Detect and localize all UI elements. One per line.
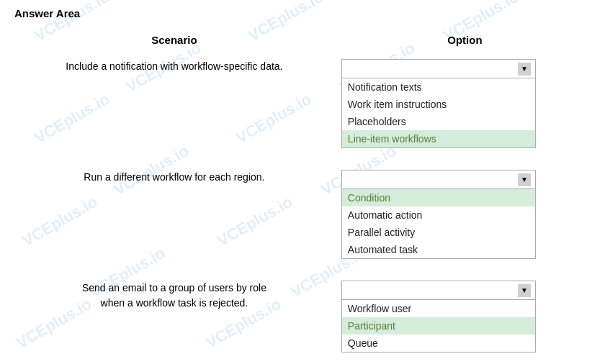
dropdown-option[interactable]: Condition: [342, 189, 535, 206]
option-cell: ▼Workflow userParticipantQueue: [334, 275, 596, 358]
dropdown-trigger[interactable]: ▼: [342, 281, 535, 300]
dropdown-option[interactable]: Line-item workflows: [342, 130, 535, 147]
dropdown-option[interactable]: Work item instructions: [342, 96, 535, 113]
spacer-row: [14, 265, 596, 275]
dropdown-arrow-icon[interactable]: ▼: [518, 173, 531, 186]
dropdown-arrow-icon[interactable]: ▼: [518, 284, 531, 297]
dropdown-container: ▼Workflow userParticipantQueue: [341, 281, 588, 352]
dropdown-container: ▼Notification textsWork item instruction…: [341, 59, 588, 148]
dropdown-options-list: Notification textsWork item instructions…: [342, 78, 535, 147]
scenario-cell: Include a notification with workflow-spe…: [14, 53, 334, 154]
spacer-row: [14, 154, 596, 164]
dropdown-option[interactable]: Automated task: [342, 241, 535, 258]
table-row: Include a notification with workflow-spe…: [14, 53, 596, 154]
scenario-cell: Run a different workflow for each region…: [14, 164, 334, 265]
option-header: Option: [334, 29, 596, 53]
dropdown-options-list: Workflow userParticipantQueue: [342, 300, 535, 352]
dropdown-container: ▼ConditionAutomatic actionParallel activ…: [341, 170, 588, 259]
dropdown-options-list: ConditionAutomatic actionParallel activi…: [342, 189, 535, 258]
dropdown-trigger[interactable]: ▼: [342, 170, 535, 189]
dropdown-box[interactable]: ▼Notification textsWork item instruction…: [341, 59, 536, 148]
dropdown-option[interactable]: Workflow user: [342, 300, 535, 317]
dropdown-box[interactable]: ▼Workflow userParticipantQueue: [341, 281, 536, 352]
dropdown-arrow-icon[interactable]: ▼: [518, 63, 531, 76]
qa-table: Scenario Option Include a notification w…: [14, 29, 596, 358]
dropdown-box[interactable]: ▼ConditionAutomatic actionParallel activ…: [341, 170, 536, 259]
option-cell: ▼Notification textsWork item instruction…: [334, 53, 596, 154]
option-cell: ▼ConditionAutomatic actionParallel activ…: [334, 164, 596, 265]
page-title: Answer Area: [14, 7, 596, 19]
table-row: Run a different workflow for each region…: [14, 164, 596, 265]
table-row: Send an email to a group of users by rol…: [14, 275, 596, 358]
dropdown-option[interactable]: Placeholders: [342, 113, 535, 130]
dropdown-trigger[interactable]: ▼: [342, 60, 535, 78]
dropdown-option[interactable]: Parallel activity: [342, 224, 535, 241]
scenario-cell: Send an email to a group of users by rol…: [14, 275, 334, 358]
scenario-header: Scenario: [14, 29, 334, 53]
dropdown-option[interactable]: Participant: [342, 317, 535, 335]
dropdown-option[interactable]: Queue: [342, 335, 535, 352]
dropdown-option[interactable]: Notification texts: [342, 78, 535, 96]
dropdown-option[interactable]: Automatic action: [342, 206, 535, 224]
